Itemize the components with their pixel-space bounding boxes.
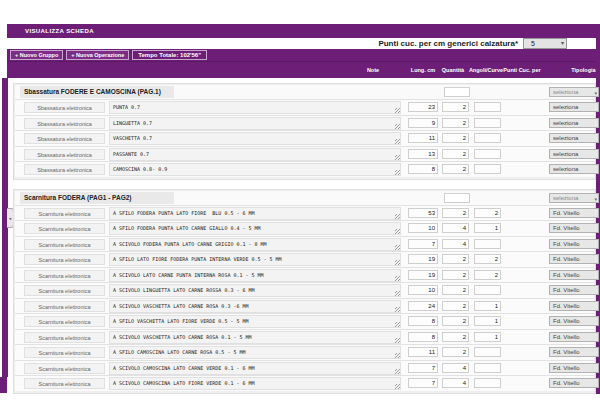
quantita-input[interactable]: 4	[442, 378, 469, 388]
angoli-curve-input[interactable]	[474, 363, 501, 373]
material-select[interactable]: Fd. Vitello	[549, 285, 599, 295]
operation-description-textarea[interactable]: A SFILO CAMOSCINA LATO CARNE ROSA 0.5 - …	[109, 346, 401, 359]
lung-cm-input[interactable]: 53	[408, 208, 438, 218]
angoli-curve-input[interactable]	[474, 378, 501, 388]
quantita-input[interactable]: 4	[442, 239, 469, 249]
lung-cm-input[interactable]: 11	[408, 347, 438, 357]
quantita-input[interactable]: 2	[442, 149, 469, 159]
material-select[interactable]: Fd. Vitello	[549, 316, 599, 326]
material-select[interactable]: seleziona	[549, 149, 599, 159]
new-operation-button[interactable]: + Nuova Operazione	[66, 50, 129, 60]
group-material-select[interactable]: seleziona ▾	[549, 193, 599, 203]
angoli-curve-input[interactable]: 2	[474, 254, 501, 264]
material-select[interactable]: seleziona	[549, 133, 599, 143]
operation-type-label: Scarnitura elettronica	[24, 301, 105, 312]
quantita-input[interactable]: 2	[442, 118, 469, 128]
quantita-input[interactable]: 2	[442, 285, 469, 295]
group-material-select[interactable]: seleziona ▾	[549, 87, 599, 97]
material-select[interactable]: Fd. Vitello	[549, 378, 599, 388]
lung-cm-input[interactable]: 8	[408, 332, 438, 342]
material-select[interactable]: Fd. Vitello	[549, 363, 599, 373]
material-select[interactable]: Fd. Vitello	[549, 332, 599, 342]
material-select[interactable]: seleziona	[549, 118, 599, 128]
angoli-curve-input[interactable]: 2	[474, 208, 501, 218]
angoli-curve-input[interactable]: 1	[474, 316, 501, 326]
lung-cm-input[interactable]: 7	[408, 239, 438, 249]
angoli-curve-input[interactable]	[474, 239, 501, 249]
angoli-curve-input[interactable]: 1	[474, 223, 501, 233]
material-select[interactable]: Fd. Vitello	[549, 270, 599, 280]
operation-description-textarea[interactable]: A SCIVOLO CAMOSCINA LATO FIORE VERDE 0.1…	[109, 377, 401, 390]
operation-description-textarea[interactable]: A SFILO FODERA PUNTA LATO CARNE GIALLO 0…	[109, 222, 401, 235]
angoli-curve-input[interactable]: 1	[474, 332, 501, 342]
operation-description-textarea[interactable]: PASSANTE 0.7	[109, 148, 401, 161]
operation-description-textarea[interactable]: A SFILO VASCHETTA LATO FIORE VERDE 0.5 -…	[109, 315, 401, 328]
operation-description-textarea[interactable]: A SCIVOLO CAMOSCINA LATO CARNE VERDE 0.1…	[109, 362, 401, 375]
lung-cm-input[interactable]: 8	[408, 316, 438, 326]
quantita-input[interactable]: 2	[442, 347, 469, 357]
quantita-input[interactable]: 4	[442, 223, 469, 233]
group-quantity-input[interactable]	[444, 193, 470, 203]
quantita-input[interactable]: 2	[442, 133, 469, 143]
operation-description-textarea[interactable]: A SCIVOLO VASCHETTA LATO CARNE ROSA 0.3 …	[109, 300, 401, 313]
quantita-input[interactable]: 2	[442, 208, 469, 218]
angoli-curve-input[interactable]	[474, 102, 501, 112]
quantita-input[interactable]: 4	[442, 363, 469, 373]
lung-cm-input[interactable]: 11	[408, 133, 438, 143]
lung-cm-input[interactable]: 23	[408, 102, 438, 112]
operation-description-textarea[interactable]: PUNTA 0.7	[109, 101, 401, 114]
quantita-input[interactable]: 2	[442, 254, 469, 264]
operation-row: Sbassatura elettronica CAMOSCINA 0.8- 0.…	[15, 161, 594, 177]
quantita-input[interactable]: 2	[442, 270, 469, 280]
lung-cm-input[interactable]: 7	[408, 363, 438, 373]
quantita-input[interactable]: 2	[442, 164, 469, 174]
material-select[interactable]: Fd. Vitello	[549, 208, 599, 218]
lung-cm-input[interactable]: 19	[408, 254, 438, 264]
lung-cm-input[interactable]: 8	[408, 164, 438, 174]
operation-description-textarea[interactable]: LINGUETTA 0.7	[109, 117, 401, 130]
punti-cuc-select[interactable]: 5 ▾	[523, 38, 567, 49]
lung-cm-input[interactable]: 7	[408, 378, 438, 388]
angoli-curve-input[interactable]	[474, 149, 501, 159]
quantita-input[interactable]: 2	[442, 301, 469, 311]
angoli-curve-input[interactable]	[474, 347, 501, 357]
material-select[interactable]: Fd. Vitello	[549, 301, 599, 311]
operation-description-textarea[interactable]: A SFILO LATO FIORE FODERA PUNTA INTERNA …	[109, 253, 401, 266]
operation-description-textarea[interactable]: A SCIVOLO FODERA PUNTA LATO CARNE GRIGIO…	[109, 238, 401, 251]
material-select[interactable]: seleziona	[549, 102, 599, 112]
lung-cm-input[interactable]: 13	[408, 149, 438, 159]
operation-description-textarea[interactable]: A SCIVOLO LATO CARNE PUNTA INTERNA ROSA …	[109, 269, 401, 282]
operation-row: Scarnitura elettronica A SCIVOLO CAMOSCI…	[15, 375, 594, 391]
operation-description-textarea[interactable]: A SCIVOLO LINGUETTA LATO CARNE ROSSA 0.3…	[109, 284, 401, 297]
quantita-input[interactable]: 2	[442, 332, 469, 342]
angoli-curve-input[interactable]	[474, 285, 501, 295]
resize-grip-icon	[395, 338, 400, 343]
operation-description-textarea[interactable]: VASCHETTA 0.7	[109, 132, 401, 145]
operation-type-label: Sbassatura elettronica	[24, 118, 105, 129]
material-select[interactable]: seleziona	[549, 164, 599, 174]
resize-grip-icon	[395, 322, 400, 327]
angoli-curve-input[interactable]: 2	[474, 270, 501, 280]
angoli-curve-input[interactable]	[474, 118, 501, 128]
operation-description-textarea[interactable]: A SCIVOLO VASCHETTA LATO CARNE ROSA 0.1 …	[109, 331, 401, 344]
angoli-curve-input[interactable]	[474, 164, 501, 174]
material-select[interactable]: Fd. Vitello	[549, 254, 599, 264]
quantita-input[interactable]: 2	[442, 316, 469, 326]
lung-cm-input[interactable]: 24	[408, 301, 438, 311]
angoli-curve-input[interactable]: 1	[474, 301, 501, 311]
material-select[interactable]: Fd. Vitello	[549, 347, 599, 357]
lung-cm-input[interactable]: 10	[408, 285, 438, 295]
lung-cm-input[interactable]: 19	[408, 270, 438, 280]
new-group-button[interactable]: + Nuovo Gruppo	[10, 50, 63, 60]
lung-cm-input[interactable]: 10	[408, 223, 438, 233]
col-tipologia-materiale: Tipologia di materiale	[552, 67, 600, 73]
material-select[interactable]: Fd. Vitello	[549, 223, 599, 233]
operation-description-textarea[interactable]: A SFILO FODERA PUNTA LATO FIORE BLU 0.5 …	[109, 207, 401, 220]
operation-type-label: Scarnitura elettronica	[24, 239, 105, 250]
angoli-curve-input[interactable]	[474, 133, 501, 143]
quantita-input[interactable]: 2	[442, 102, 469, 112]
material-select[interactable]: Fd. Vitello	[549, 239, 599, 249]
group-quantity-input[interactable]	[444, 87, 470, 97]
lung-cm-input[interactable]: 9	[408, 118, 438, 128]
operation-description-textarea[interactable]: CAMOSCINA 0.8- 0.9	[109, 163, 401, 176]
